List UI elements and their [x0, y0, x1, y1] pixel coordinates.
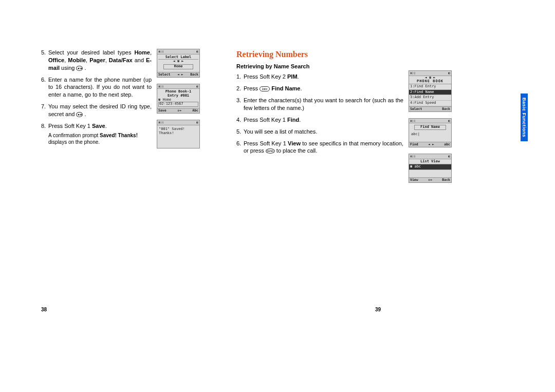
battery-icon: ◧: [448, 155, 450, 158]
r-step-2: 2. Press 2abc Find Name.: [236, 85, 403, 92]
softkey-2: Back: [442, 178, 450, 182]
battery-icon: ◧: [448, 119, 450, 123]
step-number: 7.: [41, 103, 46, 110]
softkey-2: Abc: [192, 109, 198, 113]
left-text-column: 5. Select your desired label types Home,…: [41, 49, 152, 189]
softkey-nav: ↕↔: [177, 109, 181, 113]
softkey-nav: ◄ ►: [177, 73, 183, 77]
step-6: 6. Enter a name for the phone number (up…: [41, 76, 152, 99]
battery-icon: ◧: [196, 85, 198, 88]
phone-screen-list-view: ▮▯▯◧ List View ☎ abc View↕↔Back: [409, 154, 452, 183]
right-text-column: Retrieving Numbers Retrieving by Name Se…: [236, 49, 403, 189]
section-tab: Basic Functions: [521, 94, 528, 141]
softkey-1: View: [410, 178, 418, 182]
selected-label: Home: [163, 64, 193, 69]
r-step-4: 4. Press Soft Key 1 Find.: [236, 116, 403, 124]
battery-icon: ◧: [196, 50, 198, 53]
softkey-nav: ◄ ►: [428, 143, 434, 146]
softkey-1: Select: [158, 73, 170, 77]
step-7: 7. You may select the desired ID ring ty…: [41, 103, 152, 118]
softkey-nav: ↕↔: [428, 178, 432, 182]
r-step-1: 1. Press Soft Key 2 PIM.: [236, 73, 403, 81]
softkey-2: abc: [444, 143, 450, 146]
signal-icon: ▮▯▯: [410, 119, 416, 123]
save-label: Save: [92, 123, 105, 129]
label-mobile: Mobile: [68, 57, 86, 63]
step-number: 6.: [41, 76, 46, 84]
phone-screen-select-label: ▮▯▯◧ Select Label ◄ ☎ ► Home Select◄ ►Ba…: [157, 49, 200, 78]
r-step-6: 6. Press Soft Key 1 View to see specific…: [236, 140, 403, 155]
softkey-2: Back: [442, 107, 450, 111]
step-5: 5. Select your desired label types Home,…: [41, 49, 152, 72]
signal-icon: ▮▯▯: [410, 71, 416, 75]
step-8: 8. Press Soft Key 1 Save.: [41, 122, 152, 130]
softkey-2: Back: [190, 73, 198, 77]
label-office: Office: [48, 57, 64, 63]
sub-title: Retrieving by Name Search: [236, 63, 403, 70]
step-text: Press Soft Key 1: [48, 123, 92, 129]
signal-icon: ▮▯▯: [158, 50, 164, 53]
page-38: 5. Select your desired label types Home,…: [41, 49, 200, 189]
phone-screen-saved-confirm: ▮▯▯◧ "001" Saved! Thanks!: [157, 120, 200, 148]
send-key-icon: SEND: [266, 148, 275, 154]
signal-icon: ▮▯▯: [158, 121, 164, 124]
label-pager: Pager: [89, 57, 105, 63]
step-number: 5.: [41, 49, 46, 57]
step-text: Enter a name for the phone number (up to…: [48, 77, 152, 98]
phone-screen-phonebook-entry: ▮▯▯◧ Phone Book-1 Entry #001 ☎ Home 02-1…: [157, 84, 200, 114]
page-number-right: 39: [375, 307, 381, 312]
phone-screen-find-name: ▮▯▯◧ Find Name abc| Find◄ ►abc: [409, 118, 452, 147]
softkey-1: Select: [410, 107, 422, 111]
arrow-selector: ◄ ☎ ►: [158, 60, 198, 64]
right-screens-column: ▮▯▯◧ ◄ ☎ ► PHONE BOOK 1:Find Entry 2:Fin…: [409, 49, 452, 189]
softkey-1: Save: [158, 109, 166, 113]
softkey-1: Find: [410, 143, 418, 146]
nav-key-icon: ◄►: [76, 66, 83, 71]
signal-icon: ▮▯▯: [158, 85, 164, 88]
battery-icon: ◧: [196, 121, 198, 124]
battery-icon: ◧: [448, 71, 450, 75]
phone-screen-phonebook-menu: ▮▯▯◧ ◄ ☎ ► PHONE BOOK 1:Find Entry 2:Fin…: [409, 70, 452, 112]
nav-key-icon: ◄►: [76, 112, 83, 117]
page-number-left: 38: [41, 307, 47, 312]
left-screens-column: ▮▯▯◧ Select Label ◄ ☎ ► Home Select◄ ►Ba…: [157, 49, 200, 189]
r-step-5: 5. You will see a list of matches.: [236, 128, 403, 136]
step-number: 8.: [41, 122, 46, 130]
step-text: Select your desired label types: [48, 49, 134, 55]
confirmation-note: A confirmation prompt Saved! Thanks! dis…: [41, 132, 152, 146]
label-home: Home: [134, 49, 150, 55]
key-2abc-icon: 2abc: [260, 86, 270, 91]
page-39: Retrieving Numbers Retrieving by Name Se…: [236, 49, 452, 189]
step-text: You may select the desired ID ring type,…: [48, 103, 152, 117]
signal-icon: ▮▯▯: [410, 155, 416, 158]
r-step-3: 3. Enter the characters(s) that you want…: [236, 97, 403, 112]
section-title: Retrieving Numbers: [236, 49, 403, 60]
label-datafax: Data/Fax: [109, 57, 133, 63]
